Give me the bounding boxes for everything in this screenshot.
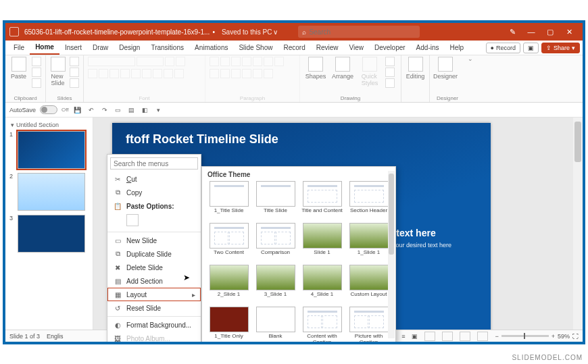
designer-button[interactable]: Designer (434, 57, 457, 80)
quick-styles-button[interactable]: Quick Styles (358, 57, 381, 86)
zoom-slider[interactable] (501, 335, 549, 337)
duplicate-icon: ⧉ (113, 249, 122, 259)
designer-icon (438, 57, 453, 72)
vertical-scrollbar[interactable] (573, 118, 583, 330)
reading-view-button[interactable] (460, 332, 470, 341)
tab-home[interactable]: Home (30, 41, 59, 55)
layout-caption: Title and Content (301, 208, 343, 219)
editing-icon (408, 57, 423, 72)
layout-option[interactable]: Section Header (347, 181, 390, 219)
ctx-copy[interactable]: ⧉Copy (107, 186, 201, 199)
editing-button[interactable]: Editing (406, 57, 425, 80)
layout-option[interactable]: Custom Layout (347, 265, 390, 303)
tab-help[interactable]: Help (445, 41, 470, 55)
layout-option[interactable]: Comparison (254, 223, 297, 261)
normal-view-button[interactable] (424, 332, 435, 341)
layout-caption: Comparison (261, 250, 290, 261)
layout-option[interactable]: Slide 1 (301, 223, 343, 261)
layout-option[interactable]: Picture with Caption (347, 307, 390, 343)
record-button[interactable]: ●Record (486, 43, 520, 53)
save-state[interactable]: Saved to this PC∨ (222, 28, 278, 36)
layout-option[interactable]: Title Slide (254, 181, 297, 219)
tab-file[interactable]: File (8, 41, 30, 55)
layout-option[interactable]: Blank (254, 307, 297, 343)
reset-icon[interactable] (70, 68, 79, 77)
thumbnail-1[interactable]: 1 (9, 131, 89, 169)
layout-caption: Content with Caption (301, 334, 343, 343)
tab-record[interactable]: Record (278, 41, 310, 55)
context-search-input[interactable] (110, 157, 198, 170)
shapes-button[interactable]: Shapes (304, 57, 327, 80)
qat-icon-4[interactable]: ▾ (154, 105, 164, 115)
share-button[interactable]: ⇪Share▾ (541, 43, 580, 53)
undo-icon[interactable]: ↶ (87, 105, 96, 115)
ribbon-collapse-button[interactable]: ⌄ (465, 55, 476, 102)
qat-icon-1[interactable]: ▭ (114, 105, 123, 115)
tab-draw[interactable]: Draw (87, 41, 114, 55)
section-header[interactable]: ▾Untitled Section (11, 122, 89, 128)
layout-caption: Picture with Caption (347, 334, 390, 343)
ctx-reset[interactable]: ↺Reset Slide (107, 301, 201, 315)
format-bg-icon: ◐ (113, 320, 122, 330)
thumbnail-3[interactable]: 3 (9, 215, 89, 253)
layout-option[interactable]: 1_Slide 1 (347, 223, 390, 261)
qat-icon-2[interactable]: ▤ (127, 105, 137, 115)
tab-insert[interactable]: Insert (59, 41, 87, 55)
zoom-out-button[interactable]: − (495, 333, 498, 340)
redo-icon[interactable]: ↷ (100, 105, 109, 115)
pen-icon[interactable]: ✎ (503, 23, 522, 41)
notes-icon[interactable]: ≡ (401, 333, 405, 340)
layout-icon[interactable] (70, 57, 79, 66)
tab-addins[interactable]: Add-ins (411, 41, 445, 55)
layout-option[interactable]: 1_Title Only (207, 307, 250, 343)
ctx-new-slide[interactable]: ▭New Slide (107, 234, 201, 247)
fit-button[interactable]: ⛶ (572, 333, 579, 340)
layout-option[interactable]: 4_Slide 1 (301, 265, 343, 303)
ctx-layout[interactable]: ▦Layout▸ (107, 288, 201, 301)
display-settings-icon[interactable]: ▣ (412, 333, 418, 340)
format-painter-button[interactable] (32, 78, 41, 88)
section-icon: ▤ (113, 276, 122, 286)
thumbnail-2[interactable]: 2 (9, 173, 89, 211)
language-indicator[interactable]: Englis (47, 333, 64, 340)
close-button[interactable]: ✕ (560, 23, 579, 41)
paste-button[interactable]: Paste (9, 57, 28, 80)
qat-icon-3[interactable]: ◧ (141, 105, 150, 115)
layout-option[interactable]: 2_Slide 1 (207, 265, 250, 303)
zoom-in-button[interactable]: + (552, 333, 555, 340)
cut-button[interactable] (32, 57, 41, 66)
zoom-level[interactable]: 59% (558, 333, 570, 340)
cursor-icon: ➤ (183, 273, 190, 282)
ctx-duplicate[interactable]: ⧉Duplicate Slide (107, 247, 201, 261)
ctx-cut[interactable]: ✂Cut (107, 172, 201, 186)
layout-option[interactable]: Content with Caption (301, 307, 343, 343)
tab-review[interactable]: Review (311, 41, 344, 55)
search-box[interactable]: ⌕ (298, 26, 420, 38)
tab-animations[interactable]: Animations (189, 41, 233, 55)
layout-option[interactable]: 3_Slide 1 (254, 265, 297, 303)
minimize-button[interactable]: — (522, 23, 541, 41)
layout-option[interactable]: Two Content (207, 223, 250, 261)
layout-option[interactable]: 1_Title Slide (207, 181, 250, 219)
tab-view[interactable]: View (344, 41, 370, 55)
copy-button[interactable] (32, 68, 41, 77)
paste-option-1[interactable] (126, 214, 139, 226)
sorter-view-button[interactable] (442, 332, 453, 341)
new-slide-button[interactable]: New Slide (50, 57, 66, 86)
present-button[interactable]: ▣ (523, 43, 539, 53)
maximize-button[interactable]: ▢ (541, 23, 560, 41)
section-icon[interactable] (70, 78, 79, 88)
tab-transitions[interactable]: Transitions (145, 41, 189, 55)
slideshow-view-button[interactable] (477, 332, 488, 341)
ctx-format-background[interactable]: ◐Format Background... (107, 318, 201, 332)
tab-developer[interactable]: Developer (369, 41, 411, 55)
tab-design[interactable]: Design (114, 41, 145, 55)
tab-slideshow[interactable]: Slide Show (233, 41, 278, 55)
autosave-toggle[interactable] (40, 105, 57, 114)
layout-option[interactable]: Title and Content (301, 181, 343, 219)
arrange-button[interactable]: Arrange (331, 57, 354, 80)
flyout-scrollbar[interactable] (388, 171, 395, 338)
search-input[interactable] (309, 28, 416, 36)
ctx-delete[interactable]: ✖Delete Slide (107, 261, 201, 274)
save-icon[interactable]: 💾 (73, 105, 82, 115)
